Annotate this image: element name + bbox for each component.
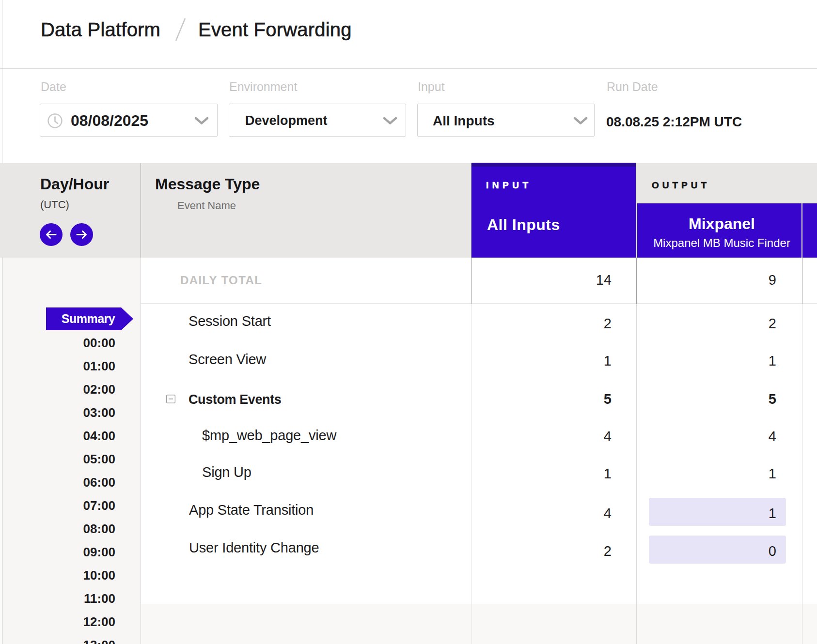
svg-text:Summary: Summary: [62, 312, 115, 325]
